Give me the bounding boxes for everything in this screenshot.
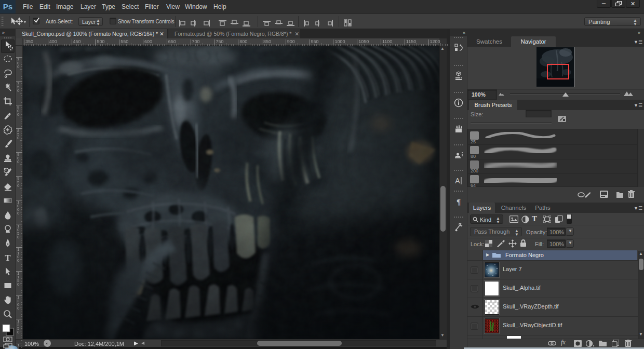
svg-text:¶: ¶	[457, 198, 461, 206]
svg-text:T: T	[5, 253, 11, 263]
svg-text:A: A	[455, 177, 460, 185]
